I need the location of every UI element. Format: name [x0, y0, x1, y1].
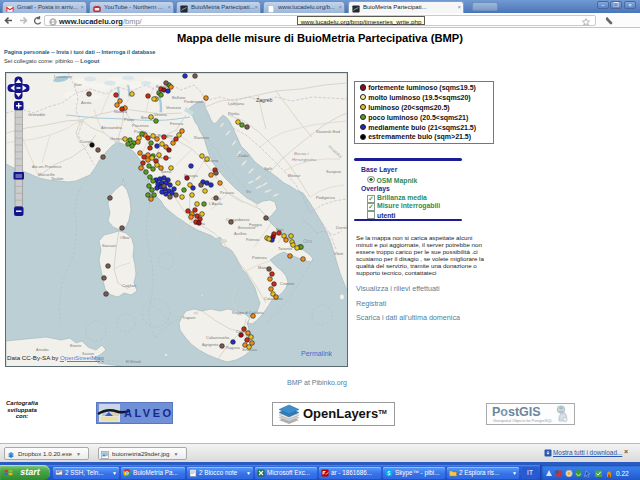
svg-text:Bosna i: Bosna i	[294, 151, 309, 156]
svg-text:Lausanne: Lausanne	[54, 74, 73, 79]
svg-text:Trapani: Trapani	[182, 315, 196, 320]
svg-text:Venezia: Venezia	[166, 105, 182, 110]
svg-text:Aosta: Aosta	[81, 100, 92, 105]
svg-text:Rijeka: Rijeka	[228, 111, 240, 116]
svg-text:Zagreb: Zagreb	[256, 97, 273, 103]
svg-text:Crotone: Crotone	[280, 281, 295, 286]
svg-text:Sion: Sion	[74, 83, 82, 87]
svg-text:Grenoble: Grenoble	[28, 112, 46, 117]
svg-text:Pescara: Pescara	[220, 191, 235, 195]
svg-text:Ravenna: Ravenna	[194, 136, 210, 140]
svg-text:Sassari: Sassari	[102, 243, 116, 248]
svg-text:Slavonski Brod: Slavonski Brod	[316, 130, 340, 134]
svg-text:Taranto: Taranto	[278, 246, 293, 251]
svg-text:Pordenone: Pordenone	[184, 100, 203, 104]
svg-text:Aix-en-Provence: Aix-en-Provence	[32, 164, 62, 169]
svg-text:El Khroub: El Khroub	[126, 360, 141, 364]
svg-text:Alessandria: Alessandria	[101, 125, 123, 130]
svg-text:Mostar: Mostar	[288, 173, 301, 178]
svg-text:Zadar: Zadar	[238, 153, 250, 158]
svg-text:Reggio di Calabria: Reggio di Calabria	[232, 311, 264, 315]
svg-text:Piacenza: Piacenza	[132, 123, 149, 128]
svg-text:Olbia: Olbia	[120, 235, 130, 240]
svg-text:Otra: Otra	[303, 239, 312, 244]
svg-text:Sarajevo: Sarajevo	[326, 170, 341, 174]
svg-text:Hercegovina: Hercegovina	[292, 157, 317, 162]
svg-text:Caltanissetta: Caltanissetta	[206, 335, 230, 340]
svg-text:Avellino: Avellino	[234, 232, 247, 236]
svg-text:Ljubljana: Ljubljana	[228, 101, 245, 106]
svg-text:Bizerte: Bizerte	[70, 344, 81, 348]
svg-text:Annaba: Annaba	[36, 348, 48, 352]
svg-text:Podgorica: Podgorica	[316, 195, 336, 200]
svg-text:Potenza: Potenza	[246, 238, 259, 242]
svg-text:Cagliari: Cagliari	[122, 283, 136, 288]
svg-text:Ferrara: Ferrara	[170, 121, 184, 126]
svg-text:Agrigento: Agrigento	[202, 343, 218, 347]
svg-text:Durrës: Durrës	[336, 225, 347, 230]
svg-text:Toulon: Toulon	[51, 176, 64, 181]
svg-text:Vis: Vis	[246, 190, 251, 194]
svg-text:Vlorë: Vlorë	[334, 251, 344, 256]
svg-text:Verona: Verona	[154, 112, 167, 117]
svg-text:Pavia: Pavia	[124, 117, 135, 122]
svg-text:Split: Split	[264, 166, 273, 171]
svg-text:Potenza: Potenza	[252, 255, 267, 260]
svg-text:L'Aquila: L'Aquila	[209, 202, 223, 206]
svg-text:Ragusa: Ragusa	[226, 345, 241, 350]
svg-text:Benevento: Benevento	[238, 226, 255, 230]
